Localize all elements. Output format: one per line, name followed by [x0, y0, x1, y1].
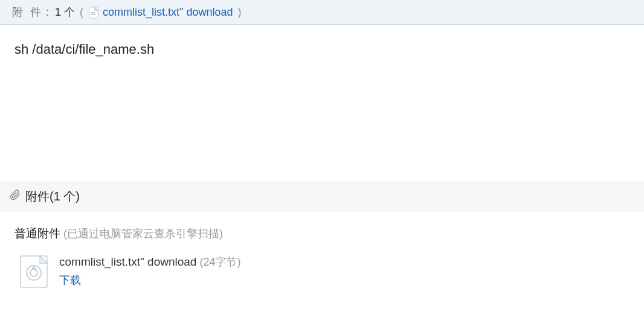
download-link[interactable]: 下载 [59, 273, 240, 287]
attachment-name-row: commlist_list.txt" download (24字节) [59, 255, 240, 269]
svg-rect-1 [91, 12, 94, 13]
attachment-section: 附件(1 个) 普通附件 (已通过电脑管家云查杀引擎扫描) commlist_l… [0, 182, 644, 304]
email-body: sh /data/ci/file_name.sh [0, 25, 644, 170]
attachment-section-title: 附件(1 个) [25, 188, 80, 205]
attachment-section-header: 附件(1 个) [0, 182, 644, 211]
paperclip-icon [10, 190, 21, 203]
attachment-header-label: 附件 [12, 5, 48, 19]
command-text: sh /data/ci/file_name.sh [14, 42, 630, 57]
attachment-name: commlist_list.txt" download [59, 255, 196, 268]
svg-rect-2 [91, 13, 95, 14]
attachment-header-colon: : [46, 6, 49, 19]
category-note: (已通过电脑管家云查杀引擎扫描) [63, 228, 223, 240]
attachment-header-link[interactable]: commlist_list.txt" download [103, 6, 233, 19]
attachment-category: 普通附件 (已通过电脑管家云查杀引擎扫描) [14, 226, 630, 241]
paren-close: ) [238, 6, 242, 19]
attachment-header-bar: 附件 : 1 个 ( commlist_list.txt" download ) [0, 0, 644, 25]
category-label: 普通附件 [14, 227, 60, 240]
attachment-details: commlist_list.txt" download (24字节) 下载 [59, 255, 240, 287]
attachment-header-count: 1 个 [55, 5, 75, 19]
file-icon [88, 5, 99, 18]
attachment-size: (24字节) [199, 256, 240, 268]
paren-open: ( [80, 6, 83, 19]
attachment-section-body: 普通附件 (已通过电脑管家云查杀引擎扫描) commlist_list.txt"… [0, 211, 644, 304]
file-icon-large [19, 255, 48, 292]
attachment-item: commlist_list.txt" download (24字节) 下载 [19, 255, 630, 292]
